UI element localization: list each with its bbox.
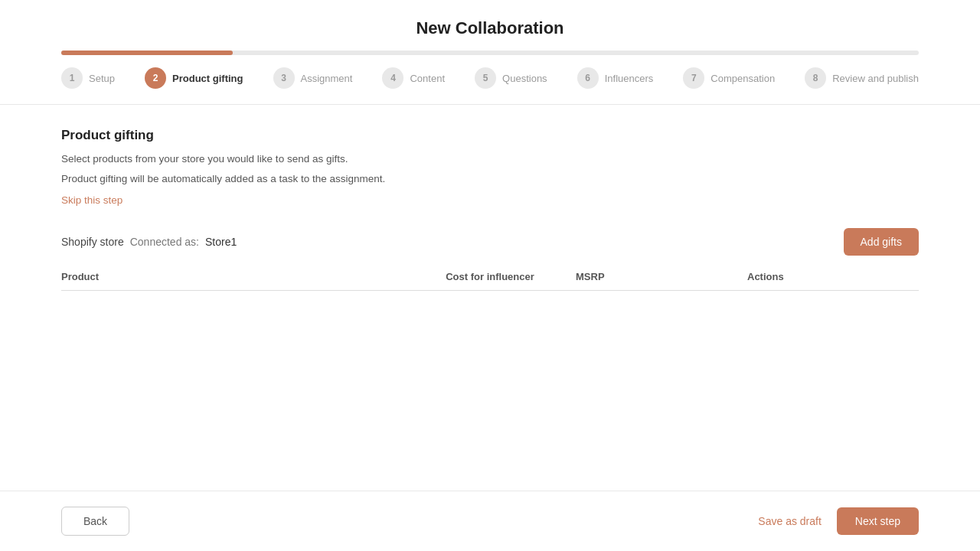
step-6-circle: 6 <box>577 67 599 89</box>
step-4-circle: 4 <box>382 67 403 89</box>
save-draft-link[interactable]: Save as draft <box>758 515 822 527</box>
step-1[interactable]: 1 Setup <box>61 67 115 89</box>
store-label: Shopify store <box>61 236 124 248</box>
step-1-circle: 1 <box>61 67 83 89</box>
progress-bar-track <box>61 51 919 55</box>
skip-step-link[interactable]: Skip this step <box>61 194 122 206</box>
step-8[interactable]: 8 Review and publish <box>805 67 919 89</box>
step-7[interactable]: 7 Compensation <box>683 67 775 89</box>
section-title: Product gifting <box>61 128 919 143</box>
table-col-product: Product <box>61 271 404 282</box>
steps-row: 1 Setup 2 Product gifting 3 Assignment 4… <box>0 67 980 89</box>
table-col-actions: Actions <box>747 271 919 282</box>
step-6-label: Influencers <box>605 73 654 84</box>
main-content: Product gifting Select products from you… <box>0 105 980 491</box>
store-row: Shopify store Connected as: Store1 Add g… <box>61 228 919 256</box>
table-header: Product Cost for influencer MSRP Actions <box>61 271 919 291</box>
step-4-label: Content <box>410 73 445 84</box>
step-7-label: Compensation <box>710 73 775 84</box>
page-footer: Back Save as draft Next step <box>0 491 980 551</box>
step-2-label: Product gifting <box>172 73 243 84</box>
page-header: New Collaboration <box>0 0 980 51</box>
step-7-circle: 7 <box>683 67 704 89</box>
section-desc-1: Select products from your store you woul… <box>61 151 919 168</box>
progress-container <box>0 51 980 67</box>
step-1-label: Setup <box>89 73 115 84</box>
store-info: Shopify store Connected as: Store1 <box>61 236 237 248</box>
step-8-label: Review and publish <box>832 73 919 84</box>
back-button[interactable]: Back <box>61 507 129 536</box>
section-desc-2: Product gifting will be automatically ad… <box>61 171 919 187</box>
step-3-label: Assignment <box>301 73 353 84</box>
step-5[interactable]: 5 Questions <box>475 67 547 89</box>
next-step-button[interactable]: Next step <box>837 507 919 535</box>
step-5-label: Questions <box>502 73 547 84</box>
table-col-msrp: MSRP <box>576 271 747 282</box>
add-gifts-button[interactable]: Add gifts <box>844 228 919 256</box>
store-name: Store1 <box>205 236 237 248</box>
step-2[interactable]: 2 Product gifting <box>145 67 243 89</box>
step-2-circle: 2 <box>145 67 166 89</box>
table-col-cost: Cost for influencer <box>404 271 576 282</box>
page-title: New Collaboration <box>0 18 980 38</box>
step-5-circle: 5 <box>475 67 496 89</box>
footer-right: Save as draft Next step <box>758 507 919 535</box>
step-6[interactable]: 6 Influencers <box>577 67 654 89</box>
store-connected-label: Connected as: <box>130 236 199 248</box>
step-8-circle: 8 <box>805 67 826 89</box>
progress-bar-fill <box>61 51 233 55</box>
step-4[interactable]: 4 Content <box>382 67 445 89</box>
step-3-circle: 3 <box>273 67 295 89</box>
step-3[interactable]: 3 Assignment <box>273 67 353 89</box>
